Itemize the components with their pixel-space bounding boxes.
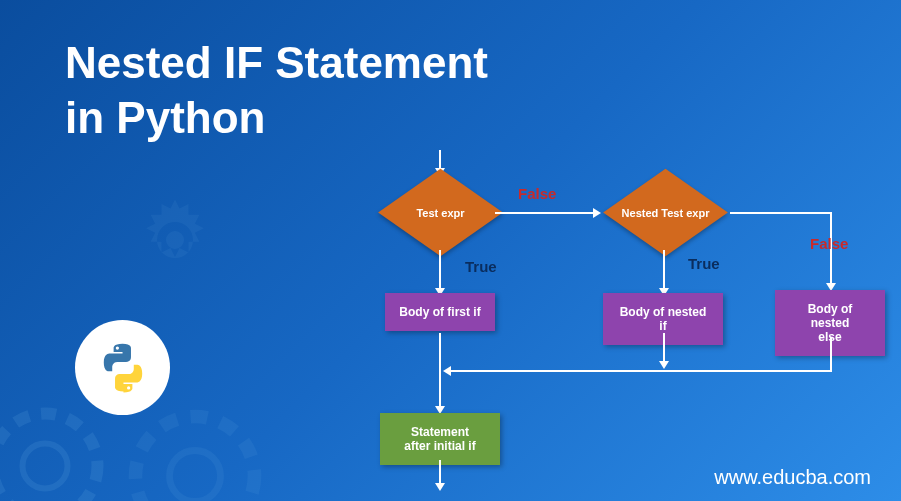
arrowhead-down-icon: [435, 483, 445, 491]
svg-point-2: [136, 417, 255, 502]
title-line-1: Nested IF Statement: [65, 38, 488, 87]
decision-test-expr: Test expr: [388, 175, 493, 250]
diamond-label: Nested Test expr: [622, 207, 710, 219]
process-statement-after-if: Statement after initial if: [380, 413, 500, 465]
box-label: Body of first if: [399, 305, 480, 319]
box-label: Body of nested if: [620, 305, 707, 333]
box-label-line2: after initial if: [404, 439, 475, 453]
arrow-line: [730, 212, 830, 214]
arrow-line: [439, 250, 441, 290]
arrow-line: [448, 370, 832, 372]
svg-point-3: [170, 451, 221, 502]
python-logo: [75, 320, 170, 415]
decision-nested-test-expr: Nested Test expr: [598, 175, 733, 250]
svg-point-1: [23, 444, 68, 489]
box-label-line1: Statement: [411, 425, 469, 439]
arrowhead-down-icon: [659, 361, 669, 369]
python-icon: [93, 338, 153, 398]
process-body-first-if: Body of first if: [385, 293, 495, 331]
arrow-line: [495, 212, 595, 214]
website-url: www.educba.com: [714, 466, 871, 489]
page-title: Nested IF Statement in Python: [65, 35, 488, 145]
gear-icon: [130, 195, 220, 285]
diamond-label: Test expr: [416, 207, 464, 219]
arrow-line: [663, 333, 665, 363]
edge-label-false: False: [518, 185, 556, 202]
edge-label-true: True: [465, 258, 497, 275]
edge-label-true: True: [688, 255, 720, 272]
arrow-line: [663, 250, 665, 290]
flowchart-diagram: Test expr False Nested Test expr False T…: [300, 155, 885, 495]
arrow-line: [439, 333, 441, 408]
edge-label-false: False: [810, 235, 848, 252]
box-label-line1: Body of nested: [808, 302, 853, 330]
arrow-line: [439, 150, 441, 170]
arrow-line: [830, 337, 832, 370]
title-line-2: in Python: [65, 93, 265, 142]
arrow-line: [439, 460, 441, 485]
